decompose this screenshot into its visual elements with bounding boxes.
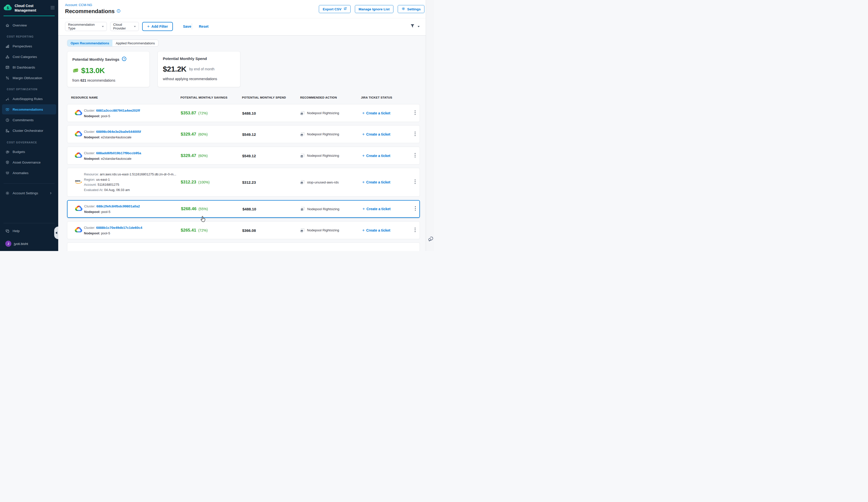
right-gutter bbox=[426, 0, 434, 251]
row-menu-kebab-icon[interactable] bbox=[414, 205, 417, 213]
app-title: Cloud Cost Management bbox=[14, 3, 44, 13]
sidebar-item-recommendations[interactable]: Recommendations bbox=[2, 104, 56, 114]
sidebar-item-label: Cluster Orchestrator bbox=[13, 129, 43, 133]
sidebar-item-autostopping[interactable]: AutoStopping Rules bbox=[2, 95, 56, 103]
create-ticket-label: Create a ticket bbox=[366, 207, 391, 211]
rightsizing-icon bbox=[300, 132, 304, 136]
sidebar-item-help[interactable]: Help bbox=[2, 227, 56, 235]
gear-icon bbox=[5, 191, 10, 195]
sidebar-item-asset_governance[interactable]: Asset Governance bbox=[2, 158, 56, 166]
rightsizing-icon bbox=[301, 207, 305, 211]
monthly-spend-cell: $366.08 bbox=[242, 228, 256, 232]
cluster-id-link[interactable]: 6886e92f59a48cad86b5b1c6 bbox=[96, 251, 141, 251]
sidebar-item-perspectives[interactable]: Perspectives bbox=[2, 42, 56, 50]
recommendation-row[interactable]: Cluster: 688add6fb019b17f9bccb95aNodepoo… bbox=[67, 147, 420, 165]
sidebar-item-margin_obfuscation[interactable]: Margin Obfuscation bbox=[2, 74, 56, 82]
cloud-provider-dropdown[interactable]: Cloud Provider bbox=[110, 22, 139, 31]
savings-amount: $329.47 bbox=[181, 153, 196, 158]
reset-filter-link[interactable]: Reset bbox=[199, 24, 208, 29]
create-ticket-button[interactable]: +Create a ticket bbox=[362, 180, 390, 185]
create-ticket-button[interactable]: +Create a ticket bbox=[362, 206, 391, 211]
breadcrumb[interactable]: Account: CCM-NG bbox=[65, 3, 92, 7]
create-ticket-label: Create a ticket bbox=[366, 180, 390, 184]
chevron-right-icon bbox=[49, 191, 53, 195]
module-grid-icon[interactable] bbox=[50, 6, 55, 11]
sidebar-item-bi_dashboards[interactable]: BI Dashboards bbox=[2, 63, 56, 71]
resource-detail-line: Region: us-east-1 bbox=[84, 177, 176, 182]
cluster-id-link[interactable]: 6888b1c70e49db17c1de60c4 bbox=[96, 226, 142, 229]
cluster-id-link[interactable]: 688c2fefc84fbdc99801a0a2 bbox=[96, 205, 140, 208]
export-csv-button[interactable]: Export CSV bbox=[319, 5, 350, 13]
cluster-id-link[interactable]: 6881a3ccc887941a4ee202ff bbox=[96, 108, 140, 112]
settings-button[interactable]: Settings bbox=[398, 5, 424, 13]
recommendation-row[interactable]: Cluster: 6886e92f59a48cad86b5b1c6Nodepoo… bbox=[67, 242, 420, 251]
recommendation-row[interactable]: Cluster: 6888b1c70e49db17c1de60c4Nodepoo… bbox=[67, 221, 420, 239]
user-name: jyoti.bisht bbox=[14, 242, 28, 246]
row-menu-kebab-icon[interactable] bbox=[414, 130, 417, 138]
shield-icon bbox=[5, 160, 10, 165]
sidebar-collapse-handle[interactable] bbox=[54, 227, 58, 239]
svg-text:$: $ bbox=[7, 6, 9, 10]
resource-detail-line: Evaluated At: 04 Aug, 06:33 am bbox=[84, 188, 176, 193]
recommendation-type-dropdown[interactable]: Recommendation Type bbox=[65, 22, 107, 31]
column-resource-name: RESOURCE NAME bbox=[71, 96, 98, 99]
percent-icon bbox=[5, 76, 10, 80]
plus-icon: + bbox=[362, 228, 365, 233]
rightsizing-icon bbox=[300, 228, 304, 232]
row-menu-kebab-icon[interactable] bbox=[414, 152, 417, 159]
tab-open-recommendations[interactable]: Open Recommendations bbox=[67, 40, 112, 46]
sidebar-item-cost_categories[interactable]: Cost Categories bbox=[2, 53, 56, 61]
row-menu-kebab-icon[interactable] bbox=[414, 109, 417, 117]
support-chat-icon[interactable] bbox=[428, 236, 434, 243]
savings-amount: $329.47 bbox=[181, 132, 196, 137]
external-link-icon bbox=[343, 7, 347, 11]
sidebar-item-commitments[interactable]: Commitments bbox=[2, 116, 56, 124]
potential-monthly-spend-card: Potential Monthly Spend $21.2K by end of… bbox=[157, 51, 240, 87]
recommendation-row-selected[interactable]: Cluster: 688c2fefc84fbdc99801a0a2Nodepoo… bbox=[67, 200, 420, 218]
column-recommended-action: RECOMMENDED ACTION bbox=[300, 96, 337, 99]
manage-ignore-list-button[interactable]: Manage Ignore List bbox=[355, 5, 393, 13]
create-ticket-button[interactable]: +Create a ticket bbox=[362, 111, 390, 116]
sidebar-item-cluster_orchestrator[interactable]: Cluster Orchestrator bbox=[2, 126, 56, 135]
collapse-arrow-icon bbox=[55, 232, 57, 234]
sidebar-item-account_settings[interactable]: Account Settings bbox=[2, 189, 56, 197]
create-ticket-button[interactable]: +Create a ticket bbox=[362, 132, 390, 137]
sidebar-item-label: Recommendations bbox=[13, 108, 43, 112]
row-menu-kebab-icon[interactable] bbox=[414, 178, 417, 186]
create-ticket-button[interactable]: +Create a ticket bbox=[362, 228, 390, 233]
sidebar-item-anomalies[interactable]: Anomalies bbox=[2, 169, 56, 177]
cluster-id-link[interactable]: 68898c064e3e2ba0e544005f bbox=[96, 129, 141, 133]
user-menu[interactable]: J jyoti.bisht bbox=[5, 241, 28, 247]
gcp-logo-icon bbox=[75, 109, 82, 116]
savings-percent: (55%) bbox=[198, 207, 208, 211]
sidebar-item-label: Cost Categories bbox=[13, 55, 37, 59]
recommendation-row[interactable]: Cluster: 68898c064e3e2ba0e544005fNodepoo… bbox=[67, 125, 420, 143]
create-ticket-label: Create a ticket bbox=[366, 132, 390, 136]
sidebar-item-label: Perspectives bbox=[13, 44, 32, 48]
action-label: Nodepool Rightsizing bbox=[307, 132, 339, 136]
tab-applied-recommendations[interactable]: Applied Recommendations bbox=[112, 40, 158, 46]
add-filter-button[interactable]: + Add Filter bbox=[142, 22, 173, 31]
recommendation-row[interactable]: awsResource: arn:aws:rds:us-east-1:51161… bbox=[67, 168, 420, 197]
sidebar-item-budgets[interactable]: Budgets bbox=[2, 148, 56, 156]
chevron-down-icon bbox=[417, 26, 420, 27]
column-potential-monthly-spend: POTENTIAL MONTHLY SPEND bbox=[242, 96, 286, 99]
filter-panel-button[interactable] bbox=[410, 24, 420, 29]
row-menu-kebab-icon[interactable] bbox=[414, 227, 417, 234]
sidebar-item-label: Budgets bbox=[13, 150, 25, 154]
cluster-id-link[interactable]: 688add6fb019b17f9bccb95a bbox=[96, 151, 141, 155]
create-ticket-button[interactable]: +Create a ticket bbox=[362, 153, 390, 158]
savings-card-title: Potential Monthly Savings bbox=[72, 57, 120, 62]
save-filter-link[interactable]: Save bbox=[183, 24, 191, 29]
question-icon[interactable]: ? bbox=[122, 56, 126, 62]
sidebar-item-label: Commitments bbox=[13, 118, 33, 122]
sidebar-section-sec_governance: COST GOVERNANCE bbox=[7, 141, 37, 144]
page-header: Account: CCM-NG Recommendations Export C… bbox=[58, 0, 434, 35]
sidebar-item-overview[interactable]: Overview bbox=[2, 21, 56, 29]
sidebar-header: $ Cloud Cost Management bbox=[0, 0, 58, 16]
recommendation-row[interactable]: Cluster: 6881a3ccc887941a4ee202ffNodepoo… bbox=[67, 104, 420, 122]
info-icon[interactable] bbox=[117, 9, 121, 14]
rightsizing-icon bbox=[300, 111, 304, 115]
svg-text:?: ? bbox=[123, 57, 125, 60]
resource-name-cell: Resource: arn:aws:rds:us-east-1:51161680… bbox=[84, 172, 176, 192]
